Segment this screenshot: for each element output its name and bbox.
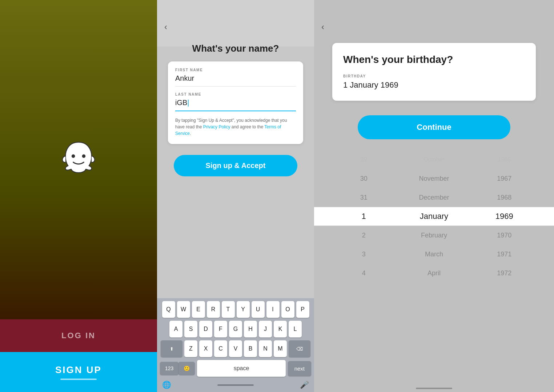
keyboard-row-3: ⬆ Z X C V B N M ⌫ — [158, 340, 313, 357]
key-q[interactable]: Q — [162, 301, 175, 318]
key-v[interactable]: V — [229, 340, 242, 357]
date-picker[interactable]: 29 October 1965 30 November 1967 31 Dece… — [314, 150, 554, 385]
birthday-value: 1 January 1969 — [343, 80, 525, 90]
key-space[interactable]: space — [197, 360, 285, 377]
signup-btn-area: Sign up & Accept — [157, 155, 314, 176]
home-indicator-2 — [217, 384, 254, 386]
key-123[interactable]: 123 — [160, 362, 178, 375]
picker-month-2: December — [399, 194, 469, 201]
last-name-value[interactable]: iGB — [175, 99, 296, 111]
picker-month-5: April — [399, 269, 469, 277]
picker-year-2: 1968 — [469, 194, 539, 201]
key-emoji[interactable]: 🙂 — [178, 362, 195, 375]
key-e[interactable]: E — [192, 301, 205, 318]
birthday-panel: ‹ When's your birthday? BIRTHDAY 1 Janua… — [314, 0, 554, 392]
name-form-card: FIRST NAME Ankur LAST NAME iGB By tappin… — [168, 61, 303, 144]
signup-button[interactable]: SIGN UP — [0, 352, 157, 392]
key-n[interactable]: N — [259, 340, 272, 357]
key-x[interactable]: X — [199, 340, 212, 357]
key-p[interactable]: P — [296, 301, 309, 318]
snapchat-logo — [57, 138, 100, 181]
picker-row-5: 4 April 1972 — [314, 264, 554, 283]
keyboard-row-1: Q W E R T Y U I O P — [158, 301, 313, 318]
picker-month-3: February — [399, 232, 469, 239]
login-button[interactable]: LOG IN — [0, 319, 157, 352]
birthday-label: BIRTHDAY — [343, 74, 525, 78]
picker-year-3: 1970 — [469, 232, 539, 239]
continue-button[interactable]: Continue — [358, 115, 510, 139]
picker-year-0: 1965 — [469, 156, 539, 163]
picker-year-4: 1971 — [469, 251, 539, 258]
picker-row-2: 31 December 1968 — [314, 188, 554, 207]
key-t[interactable]: T — [222, 301, 235, 318]
svg-point-0 — [72, 155, 75, 158]
key-y[interactable]: Y — [237, 301, 250, 318]
picker-month-0: October — [399, 156, 469, 163]
home-indicator-3 — [416, 388, 452, 389]
key-d[interactable]: D — [199, 321, 212, 337]
keyboard: Q W E R T Y U I O P A S D F G H J K L ⬆ … — [157, 298, 314, 392]
key-a[interactable]: A — [169, 321, 182, 337]
key-shift[interactable]: ⬆ — [161, 340, 182, 357]
picker-month-1: November — [399, 175, 469, 183]
first-name-label: FIRST NAME — [175, 68, 296, 72]
key-backspace[interactable]: ⌫ — [289, 340, 310, 357]
key-j[interactable]: J — [259, 321, 272, 337]
key-mic[interactable]: 🎤 — [300, 380, 309, 389]
picker-row-0: 29 October 1965 — [314, 150, 554, 169]
picker-day-5: 4 — [329, 269, 399, 277]
home-indicator — [60, 379, 97, 380]
name-entry-panel: ‹ What's your name? FIRST NAME Ankur LAS… — [157, 0, 314, 392]
keyboard-row-2: A S D F G H J K L — [158, 321, 313, 337]
back-button[interactable]: ‹ — [164, 22, 167, 32]
signup-accept-button[interactable]: Sign up & Accept — [174, 155, 297, 176]
picker-month-4: March — [399, 251, 469, 258]
key-b[interactable]: B — [244, 340, 257, 357]
picker-year-selected: 1969 — [469, 212, 539, 221]
picker-day-1: 30 — [329, 175, 399, 183]
key-m[interactable]: M — [274, 340, 287, 357]
svg-point-1 — [82, 155, 86, 158]
picker-row-1: 30 November 1967 — [314, 169, 554, 188]
home-top-area — [0, 0, 157, 319]
key-w[interactable]: W — [177, 301, 190, 318]
keyboard-bottom-row: 123 🙂 space next — [158, 360, 313, 377]
key-s[interactable]: S — [184, 321, 197, 337]
picker-year-5: 1972 — [469, 269, 539, 277]
key-i[interactable]: I — [266, 301, 280, 318]
picker-row-4: 3 March 1971 — [314, 245, 554, 264]
key-u[interactable]: U — [252, 301, 265, 318]
continue-btn-area: Continue — [314, 115, 554, 139]
key-g[interactable]: G — [229, 321, 242, 337]
birthday-title: When's your birthday? — [343, 54, 525, 65]
key-f[interactable]: F — [214, 321, 227, 337]
picker-day-4: 3 — [329, 251, 399, 258]
signup-label: SIGN UP — [55, 364, 102, 376]
terms-text: By tapping "Sign Up & Accept", you ackno… — [175, 117, 296, 137]
key-h[interactable]: H — [244, 321, 257, 337]
key-l[interactable]: L — [289, 321, 302, 337]
name-panel-header: ‹ — [157, 0, 314, 47]
snapchat-home-panel: LOG IN SIGN UP — [0, 0, 157, 392]
key-c[interactable]: C — [214, 340, 227, 357]
picker-day-0: 29 — [329, 156, 399, 163]
picker-day-2: 31 — [329, 194, 399, 201]
picker-row-3: 2 February 1970 — [314, 226, 554, 245]
picker-month-selected: January — [399, 212, 469, 221]
key-globe[interactable]: 🌐 — [162, 380, 171, 389]
login-label: LOG IN — [61, 331, 96, 340]
picker-row-selected[interactable]: 1 January 1969 — [314, 207, 554, 226]
key-z[interactable]: Z — [184, 340, 197, 357]
birthday-panel-header: ‹ — [314, 0, 554, 32]
key-next[interactable]: next — [288, 361, 311, 376]
key-o[interactable]: O — [281, 301, 294, 318]
picker-day-3: 2 — [329, 232, 399, 239]
picker-year-1: 1967 — [469, 175, 539, 183]
privacy-policy-link[interactable]: Privacy Policy — [203, 124, 230, 129]
picker-day-selected: 1 — [329, 212, 399, 221]
first-name-value[interactable]: Ankur — [175, 74, 296, 87]
last-name-label: LAST NAME — [175, 92, 296, 96]
birthday-back-button[interactable]: ‹ — [321, 22, 324, 32]
key-r[interactable]: R — [207, 301, 220, 318]
key-k[interactable]: K — [274, 321, 287, 337]
